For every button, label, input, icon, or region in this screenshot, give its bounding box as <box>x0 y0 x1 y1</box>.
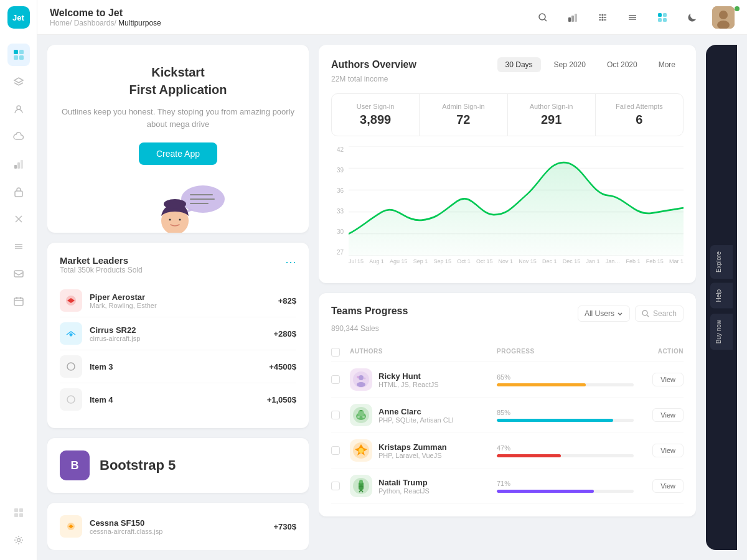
breadcrumb-home[interactable]: Home/ <box>50 19 72 27</box>
svg-rect-28 <box>575 14 577 22</box>
row-4-info: Natali Trump Python, ReactJS <box>378 478 430 495</box>
market-leaders-more-icon[interactable]: ⋯ <box>285 255 296 269</box>
svg-rect-15 <box>14 298 23 306</box>
svg-rect-44 <box>663 18 667 22</box>
row-1-checkbox[interactable] <box>331 375 340 384</box>
stats-icon[interactable] <box>563 7 583 27</box>
sidebar-item-grid[interactable] <box>7 44 30 66</box>
chart-x-labels: Jul 15 Aug 1 Agu 15 Sep 1 Sep 15 Oct 1 O… <box>349 258 684 264</box>
sidebar-item-lock[interactable] <box>7 180 30 203</box>
svg-rect-21 <box>14 513 18 517</box>
svg-point-80 <box>359 375 364 380</box>
sidebar-item-settings[interactable] <box>7 529 30 551</box>
period-tab-more[interactable]: More <box>651 57 684 72</box>
row-1-check <box>331 375 350 384</box>
help-tab[interactable]: Help <box>710 283 733 309</box>
authors-overview-subtitle: 22M total income <box>331 75 684 83</box>
teams-search-placeholder: Search <box>653 309 677 318</box>
buynow-tab[interactable]: Buy now <box>710 314 733 350</box>
stats-row: User Sign-in 3,899 Admin Sign-in 72 Auth… <box>331 93 684 136</box>
teams-progress-card: Teams Progress All Users Search <box>319 293 696 516</box>
row-3-action: View <box>634 444 684 457</box>
row-3-view-button[interactable]: View <box>652 444 684 457</box>
market-item-info-3: Item 3 <box>90 362 269 371</box>
sidebar-item-menu[interactable] <box>7 235 30 258</box>
row-4-checkbox[interactable] <box>331 482 340 490</box>
sidebar-item-layers[interactable] <box>7 71 30 93</box>
market-item-value-2: +280$ <box>273 329 296 338</box>
customize-icon[interactable] <box>593 7 613 27</box>
sidebar-item-close[interactable] <box>7 208 30 230</box>
svg-point-46 <box>719 11 728 19</box>
dark-mode-toggle[interactable] <box>682 7 702 27</box>
svg-point-77 <box>642 310 647 315</box>
row-4-check <box>331 482 350 490</box>
market-item: Item 4 +1,050$ <box>60 383 296 416</box>
sidebar-item-calendar[interactable] <box>7 290 30 312</box>
row-4-view-button[interactable]: View <box>652 479 684 493</box>
market-item-logo-3 <box>60 355 82 378</box>
market-item-logo-5 <box>60 515 82 538</box>
breadcrumb-dashboards[interactable]: Dashboards/ <box>74 19 116 27</box>
row-2-view-button[interactable]: View <box>652 408 684 422</box>
sidebar-item-cloud[interactable] <box>7 126 30 148</box>
select-all-checkbox[interactable] <box>331 348 340 357</box>
sidebar-item-edit[interactable] <box>7 502 30 524</box>
svg-rect-27 <box>571 16 574 22</box>
svg-point-57 <box>179 219 181 221</box>
market-leaders-card: Market Leaders Total 350k Products Sold … <box>47 243 309 428</box>
apps-grid-icon[interactable] <box>652 7 672 27</box>
header-title-area: Welcome to Jet Home/ Dashboards/ Multipu… <box>50 7 161 27</box>
table-row: Ricky Hunt HTML, JS, ReactJS 65% View <box>331 362 684 398</box>
svg-point-82 <box>357 376 359 378</box>
teams-progress-title: Teams Progress <box>331 306 408 317</box>
kickstart-title: Kickstart First Application <box>60 63 296 98</box>
svg-point-4 <box>17 106 21 110</box>
row-1-action: View <box>634 373 684 386</box>
row-1-author: Ricky Hunt HTML, JS, ReactJS <box>350 368 497 391</box>
market-item-value-3: +4500$ <box>269 362 296 371</box>
svg-point-29 <box>602 14 604 16</box>
table-row: Natali Trump Python, ReactJS 71% View <box>331 469 684 504</box>
market-item-value-4: +1,050$ <box>267 395 296 404</box>
period-tab-sep[interactable]: Sep 2020 <box>546 57 594 72</box>
sidebar-item-user[interactable] <box>7 98 30 121</box>
all-users-filter[interactable]: All Users <box>578 306 630 322</box>
authors-chart: 27 30 33 36 39 42 <box>331 146 684 271</box>
row-1-progress-label: 65% <box>497 373 634 381</box>
search-icon[interactable] <box>533 7 553 27</box>
market-item-cessna: Cessna SF150 cessna-aircraft.class.jsp +… <box>60 510 296 543</box>
market-item: Item 3 +4500$ <box>60 350 296 383</box>
svg-point-30 <box>602 16 604 18</box>
sidebar-item-chart[interactable] <box>7 153 30 175</box>
period-tab-oct[interactable]: Oct 2020 <box>599 57 646 72</box>
hamburger-icon[interactable] <box>622 7 642 27</box>
explore-tab[interactable]: Explore <box>710 245 733 279</box>
row-1-view-button[interactable]: View <box>652 373 684 386</box>
period-tabs: 30 Days Sep 2020 Oct 2020 More <box>497 57 684 72</box>
row-2-action: View <box>634 408 684 422</box>
svg-point-31 <box>602 19 604 21</box>
row-3-checkbox[interactable] <box>331 446 340 455</box>
stat-user-signin-label: User Sign-in <box>342 103 409 110</box>
svg-point-83 <box>364 378 366 380</box>
row-1-progress: 65% <box>497 373 634 386</box>
row-2-author: Anne Clarc PHP, SQLite, Artisan CLI <box>350 404 497 426</box>
breadcrumb: Home/ Dashboards/ Multipurpose <box>50 19 161 27</box>
col-check-header <box>331 348 350 357</box>
teams-search-box[interactable]: Search <box>635 306 684 322</box>
sidebar: Jet <box>0 0 37 560</box>
sidebar-item-inbox[interactable] <box>7 263 30 285</box>
avatar[interactable] <box>712 6 735 29</box>
chart-area <box>349 146 684 256</box>
app-logo[interactable]: Jet <box>7 6 30 29</box>
row-2-checkbox[interactable] <box>331 411 340 419</box>
create-app-button[interactable]: Create App <box>139 142 217 165</box>
period-tab-30days[interactable]: 30 Days <box>497 57 541 72</box>
svg-rect-1 <box>19 50 24 54</box>
row-4-author: Natali Trump Python, ReactJS <box>350 475 497 497</box>
row-3-progress: 47% <box>497 444 634 457</box>
market-item-logo-4 <box>60 388 82 411</box>
table-row: Anne Clarc PHP, SQLite, Artisan CLI 85% … <box>331 398 684 433</box>
svg-rect-20 <box>19 508 23 512</box>
